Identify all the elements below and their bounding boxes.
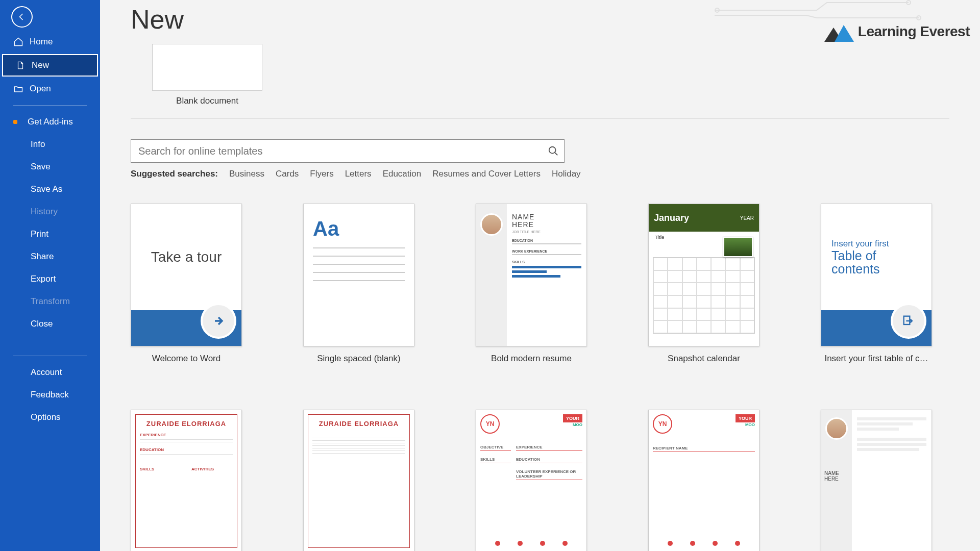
sidebar-item-label: Close [31, 319, 53, 329]
suggested-searches: Suggested searches: Business Cards Flyer… [131, 169, 949, 179]
sidebar-item-account[interactable]: Account [0, 361, 100, 384]
new-doc-icon [15, 60, 26, 70]
sidebar-item-feedback[interactable]: Feedback [0, 384, 100, 406]
sidebar-item-label: Export [31, 274, 56, 284]
sidebar-item-label: Get Add-ins [28, 117, 73, 127]
template-tile-chrono-resume[interactable]: ZURAIDE ELORRIAGA EXPERIENCE EDUCATION S… [131, 410, 242, 551]
template-tile-welcome[interactable]: Take a tour Welcome to Word [131, 204, 242, 364]
template-thumb: JanuaryYEAR Title [648, 204, 760, 346]
sidebar-item-open[interactable]: Open [0, 78, 100, 100]
watermark-logo: Learning Everest [715, 0, 970, 43]
sidebar-item-new[interactable]: New [2, 54, 98, 77]
sidebar-item-label: Print [31, 229, 48, 239]
sidebar-item-label: Share [31, 252, 54, 262]
doc-arrow-icon [901, 314, 916, 328]
template-thumb: NAMEHERE [821, 410, 932, 551]
search-icon[interactable] [548, 145, 559, 157]
suggested-chip-holiday[interactable]: Holiday [552, 169, 581, 179]
template-thumb: ZURAIDE ELORRIAGA [303, 410, 414, 551]
suggested-chip-letters[interactable]: Letters [345, 169, 372, 179]
moo-icon: MOO [736, 422, 755, 427]
addins-dot-icon [13, 120, 17, 124]
template-thumb: NAMEHERE JOB TITLE HERE EDUCATION WORK E… [476, 204, 587, 346]
template-label: Welcome to Word [131, 354, 242, 364]
sidebar-item-saveas[interactable]: Save As [0, 178, 100, 201]
template-thumb: Insert your first Table of contents [821, 204, 932, 346]
template-thumb: YN YOURMOO OBJECTIVESKILLS EXPERIENCEEDU… [476, 410, 587, 551]
backstage-sidebar: Home New Open Get Add-ins Info Save Save… [0, 0, 100, 551]
suggested-chip-cards[interactable]: Cards [276, 169, 299, 179]
suggested-label: Suggested searches: [131, 169, 218, 179]
sidebar-separator [13, 105, 87, 106]
svg-point-5 [549, 147, 556, 154]
sidebar-item-home[interactable]: Home [0, 31, 100, 53]
suggested-chip-flyers[interactable]: Flyers [310, 169, 333, 179]
template-tile-bold-cover[interactable]: NAMEHERE Bold modern cover letter [821, 410, 932, 551]
sidebar-item-label: Options [31, 412, 61, 422]
template-tile-calendar[interactable]: JanuaryYEAR Title Snapshot calendar [648, 204, 760, 364]
suggested-chip-resumes[interactable]: Resumes and Cover Letters [432, 169, 541, 179]
sidebar-item-label: New [32, 60, 49, 70]
tour-text: Take a tour [131, 204, 241, 310]
watermark-text: Learning Everest [858, 23, 970, 39]
template-thumb: Aa [303, 204, 414, 346]
sidebar-item-save[interactable]: Save [0, 156, 100, 178]
template-tile-bold-resume[interactable]: NAMEHERE JOB TITLE HERE EDUCATION WORK E… [476, 204, 587, 364]
sidebar-item-label: Home [30, 37, 53, 47]
template-thumb: YN YOURMOO RECIPIENT NAME [648, 410, 760, 551]
sidebar-item-info[interactable]: Info [0, 133, 100, 156]
sidebar-separator [13, 356, 87, 356]
sidebar-item-label: Open [30, 84, 51, 94]
back-arrow-icon [17, 12, 27, 21]
folder-open-icon [13, 84, 23, 94]
template-label: Snapshot calendar [648, 354, 760, 364]
sidebar-item-label: History [31, 207, 58, 217]
home-icon [13, 37, 23, 47]
sidebar-item-label: Account [31, 367, 62, 378]
moo-icon: MOO [563, 422, 582, 427]
template-tile-polished-cover[interactable]: YN YOURMOO RECIPIENT NAME Polished cover… [648, 410, 760, 551]
sidebar-item-history: History [0, 201, 100, 223]
aa-text: Aa [313, 217, 405, 240]
section-divider [131, 118, 949, 119]
template-grid: Take a tour Welcome to Word Aa Single sp… [131, 204, 949, 551]
template-tile-toc[interactable]: Insert your first Table of contents Inse… [821, 204, 932, 364]
mountain-icon [819, 22, 855, 43]
blank-document-tile[interactable]: Blank document [151, 44, 263, 106]
sidebar-item-export[interactable]: Export [0, 268, 100, 290]
sidebar-item-label: Transform [31, 296, 70, 307]
sidebar-item-options[interactable]: Options [0, 406, 100, 429]
circuit-icon [715, 0, 970, 20]
sidebar-item-share[interactable]: Share [0, 245, 100, 268]
svg-marker-4 [835, 25, 854, 42]
sidebar-item-close[interactable]: Close [0, 313, 100, 335]
template-search-input[interactable] [138, 145, 548, 157]
avatar-icon [480, 213, 503, 236]
blank-document-thumb [152, 44, 262, 91]
template-label: Insert your first table of c… [821, 354, 932, 364]
sidebar-item-label: Feedback [31, 390, 69, 400]
template-thumb: Take a tour [131, 204, 242, 346]
template-label: Bold modern resume [476, 354, 587, 364]
sidebar-item-label: Save [31, 162, 51, 172]
template-search-box[interactable] [131, 139, 565, 163]
template-tile-single-spaced[interactable]: Aa Single spaced (blank) [303, 204, 414, 364]
template-thumb: ZURAIDE ELORRIAGA EXPERIENCE EDUCATION S… [131, 410, 242, 551]
template-tile-polished-resume[interactable]: YN YOURMOO OBJECTIVESKILLS EXPERIENCEEDU… [476, 410, 587, 551]
template-tile-chrono-cover[interactable]: ZURAIDE ELORRIAGA Modern chronological c… [303, 410, 414, 551]
sidebar-item-transform: Transform [0, 290, 100, 313]
sidebar-item-label: Info [31, 139, 45, 149]
calendar-photo-icon [723, 237, 753, 257]
suggested-chip-education[interactable]: Education [383, 169, 422, 179]
sidebar-item-addins[interactable]: Get Add-ins [0, 111, 100, 133]
suggested-chip-business[interactable]: Business [229, 169, 264, 179]
main-content: Learning Everest New Blank document Sugg… [100, 0, 980, 551]
blank-document-label: Blank document [176, 96, 238, 106]
sidebar-item-print[interactable]: Print [0, 223, 100, 245]
arrow-right-icon [211, 314, 226, 328]
template-label: Single spaced (blank) [303, 354, 414, 364]
back-button[interactable] [11, 6, 33, 28]
avatar-icon [825, 417, 848, 440]
sidebar-item-label: Save As [31, 184, 62, 194]
